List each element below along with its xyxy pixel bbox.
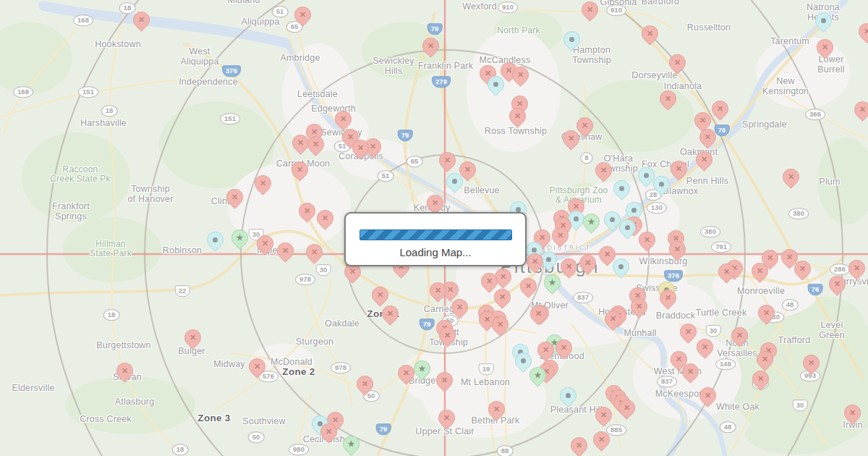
x-icon: ✕: [185, 330, 200, 345]
dot-icon: [561, 388, 576, 403]
route-shield: 18: [103, 309, 120, 321]
x-icon: ✕: [489, 402, 504, 417]
x-icon: ✕: [817, 40, 833, 55]
star-icon: ★: [584, 214, 599, 229]
route-shield: 130: [647, 202, 667, 214]
route-shield: 168: [73, 14, 93, 26]
x-icon: ✕: [642, 26, 658, 41]
x-icon: ✕: [336, 111, 351, 127]
x-icon: ✕: [577, 118, 592, 133]
x-icon: ✕: [596, 408, 611, 423]
x-icon: ✕: [752, 263, 767, 279]
x-icon: ✕: [697, 152, 712, 167]
x-icon: ✕: [308, 137, 323, 152]
x-icon: ✕: [594, 432, 609, 447]
x-icon: ✕: [845, 405, 860, 421]
x-icon: ✕: [292, 162, 307, 177]
route-shield: 19: [479, 363, 494, 375]
x-icon: ✕: [855, 102, 868, 117]
x-icon: ✕: [804, 355, 819, 371]
x-icon: ✕: [605, 311, 621, 326]
x-icon: ✕: [307, 245, 322, 260]
route-shield: 22: [175, 285, 190, 297]
x-icon: ✕: [700, 130, 715, 145]
x-icon: ✕: [556, 340, 571, 355]
x-icon: ✕: [631, 299, 647, 314]
x-icon: ✕: [700, 388, 715, 403]
route-shield: 279: [432, 76, 451, 88]
x-icon: ✕: [571, 438, 587, 453]
star-icon: ★: [232, 230, 247, 245]
x-icon: ✕: [783, 169, 799, 185]
route-shield: 79: [427, 23, 443, 35]
x-icon: ✕: [582, 2, 597, 17]
x-icon: ✕: [427, 195, 443, 211]
route-shield: 376: [222, 65, 241, 77]
x-icon: ✕: [538, 342, 553, 358]
x-icon: ✕: [134, 12, 149, 28]
dot-icon: [564, 32, 579, 47]
x-icon: ✕: [660, 290, 676, 305]
route-shield: 168: [13, 86, 33, 98]
route-shield: 151: [78, 86, 98, 98]
x-icon: ✕: [695, 113, 710, 128]
x-icon: ✕: [258, 236, 273, 251]
route-shield: 837: [573, 292, 593, 303]
dot-icon: [516, 353, 531, 368]
star-icon: ★: [414, 361, 430, 376]
route-shield: 88: [497, 445, 514, 456]
dot-icon: [620, 220, 635, 235]
dot-icon: [488, 77, 503, 92]
x-icon: ✕: [521, 279, 536, 294]
x-icon: ✕: [510, 109, 525, 124]
route-shield: 79: [376, 423, 391, 435]
x-icon: ✕: [683, 364, 698, 379]
route-shield: 79: [420, 318, 435, 330]
x-icon: ✕: [849, 261, 864, 276]
x-icon: ✕: [563, 131, 579, 146]
x-icon: ✕: [513, 67, 528, 83]
x-icon: ✕: [671, 161, 686, 177]
route-shield: 50: [248, 431, 265, 443]
dot-icon: [613, 259, 629, 274]
x-icon: ✕: [345, 264, 360, 279]
x-icon: ✕: [561, 259, 576, 274]
route-shield: 18: [101, 105, 118, 117]
x-icon: ✕: [493, 317, 508, 332]
x-icon: ✕: [293, 135, 308, 151]
x-icon: ✕: [697, 339, 712, 355]
route-shield: 48: [782, 299, 799, 311]
x-icon: ✕: [732, 328, 747, 343]
x-icon: ✕: [373, 287, 388, 303]
dot-icon: [816, 13, 831, 28]
x-icon: ✕: [440, 328, 455, 343]
x-icon: ✕: [553, 228, 568, 243]
route-shield: 837: [657, 376, 677, 387]
x-icon: ✕: [580, 256, 595, 271]
x-icon: ✕: [830, 276, 845, 292]
route-shield: 376: [664, 270, 683, 282]
x-icon: ✕: [250, 359, 265, 374]
x-icon: ✕: [482, 274, 497, 289]
x-icon: ✕: [460, 162, 475, 177]
route-shield: 978: [331, 362, 351, 373]
x-icon: ✕: [383, 306, 398, 321]
x-icon: ✕: [859, 24, 868, 39]
route-shield: 65: [407, 156, 423, 167]
x-icon: ✕: [399, 366, 414, 381]
x-icon: ✕: [712, 101, 728, 117]
route-shield: 366: [805, 109, 825, 120]
route-shield: 286: [830, 263, 850, 275]
progress-bar: [359, 229, 512, 240]
x-icon: ✕: [117, 363, 132, 379]
map-canvas[interactable]: MidlandHookstownWest AliquippaIndependen…: [0, 0, 868, 456]
x-icon: ✕: [660, 91, 676, 106]
route-shield: 380: [700, 226, 720, 237]
route-shield: 18: [119, 2, 136, 14]
x-icon: ✕: [753, 371, 768, 387]
x-icon: ✕: [757, 352, 773, 367]
x-icon: ✕: [278, 243, 293, 258]
star-icon: ★: [545, 275, 560, 290]
route-shield: 380: [788, 208, 809, 219]
x-icon: ✕: [759, 305, 774, 321]
